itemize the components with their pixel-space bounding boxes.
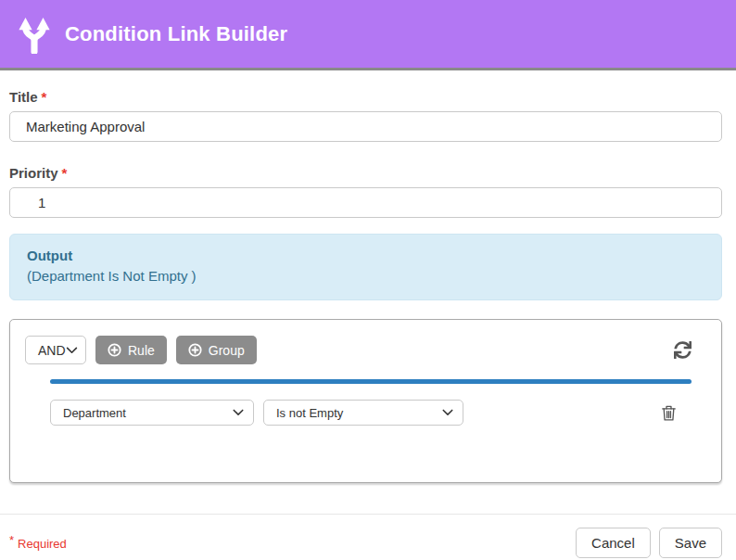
- dialog-body: Title* Priority* Output (Department Is N…: [0, 70, 736, 483]
- output-expression: (Department Is Not Empty ): [27, 266, 704, 286]
- title-required-asterisk: *: [42, 89, 47, 105]
- title-field-group: Title*: [9, 89, 722, 142]
- plus-circle-icon: [108, 343, 121, 357]
- add-group-button-label: Group: [209, 343, 245, 358]
- priority-required-asterisk: *: [62, 165, 68, 181]
- priority-label-text: Priority: [9, 165, 58, 181]
- dialog-title: Condition Link Builder: [65, 22, 287, 46]
- title-label-text: Title: [9, 89, 38, 105]
- refresh-icon: [674, 341, 692, 359]
- output-label: Output: [27, 246, 704, 266]
- required-note-asterisk: *: [9, 533, 14, 547]
- priority-label: Priority*: [9, 165, 722, 181]
- trash-icon: [661, 404, 677, 422]
- delete-rule-button[interactable]: [659, 402, 679, 424]
- combinator-select[interactable]: AND: [25, 336, 86, 364]
- chevron-down-icon: [442, 409, 453, 416]
- priority-field-group: Priority*: [9, 165, 722, 218]
- dialog-footer: *Required Cancel Save: [0, 515, 736, 558]
- required-note-text: Required: [18, 537, 67, 551]
- title-label: Title*: [9, 89, 722, 105]
- rule-operator-select-value: Is not Empty: [276, 406, 343, 420]
- rule-field-select-value: Department: [63, 406, 126, 420]
- refresh-button[interactable]: [672, 339, 693, 361]
- chevron-down-icon: [66, 347, 78, 354]
- priority-input[interactable]: [9, 187, 722, 218]
- combinator-select-value: AND: [38, 343, 66, 358]
- split-arrows-icon: [17, 15, 52, 54]
- add-group-button[interactable]: Group: [176, 336, 257, 364]
- rule-operator-select[interactable]: Is not Empty: [263, 400, 463, 426]
- plus-circle-icon: [188, 343, 202, 357]
- save-button[interactable]: Save: [659, 528, 722, 558]
- chevron-down-icon: [233, 409, 244, 416]
- group-indicator-bar: [50, 379, 692, 384]
- cancel-button[interactable]: Cancel: [576, 528, 651, 558]
- condition-builder-panel: AND Rule: [9, 319, 722, 483]
- rule-field-select[interactable]: Department: [50, 400, 254, 426]
- required-note: *Required: [9, 533, 67, 551]
- output-box: Output (Department Is Not Empty ): [9, 234, 722, 300]
- add-rule-button-label: Rule: [128, 343, 155, 358]
- title-input[interactable]: [9, 111, 722, 142]
- dialog-header: Condition Link Builder: [0, 0, 736, 70]
- footer-buttons: Cancel Save: [576, 528, 722, 558]
- add-rule-button[interactable]: Rule: [95, 336, 167, 364]
- rule-row: Department Is not Empty: [25, 400, 706, 426]
- builder-toolbar: AND Rule: [25, 336, 706, 364]
